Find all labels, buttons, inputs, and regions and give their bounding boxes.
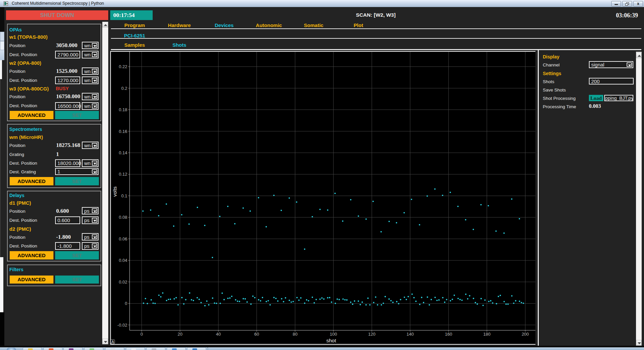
svg-text:0.12: 0.12 bbox=[119, 172, 127, 177]
svg-text:-0.02: -0.02 bbox=[117, 323, 127, 328]
svg-text:0.02: 0.02 bbox=[119, 280, 127, 285]
svg-text:120: 120 bbox=[368, 332, 375, 337]
svg-text:volts: volts bbox=[112, 186, 118, 197]
svg-text:200: 200 bbox=[522, 332, 529, 337]
svg-text:140: 140 bbox=[407, 332, 414, 337]
svg-text:0: 0 bbox=[125, 301, 127, 306]
svg-text:40: 40 bbox=[216, 332, 220, 337]
svg-text:shot: shot bbox=[326, 338, 336, 343]
svg-text:0: 0 bbox=[140, 332, 143, 337]
svg-text:100: 100 bbox=[330, 332, 337, 337]
svg-text:160: 160 bbox=[445, 332, 452, 337]
svg-text:20: 20 bbox=[178, 332, 182, 337]
svg-text:0.14: 0.14 bbox=[119, 150, 127, 155]
svg-text:0.2: 0.2 bbox=[121, 86, 127, 91]
svg-text:0.22: 0.22 bbox=[119, 64, 127, 69]
svg-text:0.04: 0.04 bbox=[119, 258, 127, 263]
svg-text:80: 80 bbox=[293, 332, 297, 337]
svg-text:60: 60 bbox=[254, 332, 259, 337]
svg-text:0.16: 0.16 bbox=[119, 129, 127, 134]
svg-text:0.08: 0.08 bbox=[119, 215, 127, 220]
svg-text:0.06: 0.06 bbox=[119, 236, 127, 241]
svg-text:0.1: 0.1 bbox=[121, 193, 127, 198]
svg-text:0.18: 0.18 bbox=[119, 107, 127, 112]
svg-text:180: 180 bbox=[483, 332, 491, 337]
